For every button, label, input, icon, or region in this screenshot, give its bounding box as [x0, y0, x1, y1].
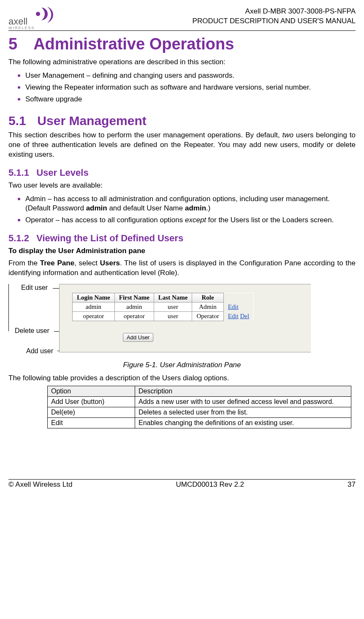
chapter-heading: 5 Administrative Operations	[8, 35, 356, 53]
svg-point-0	[36, 12, 40, 16]
brand-logo: axell WIRELESS	[8, 7, 55, 30]
subsection-number: 5.1.1	[8, 167, 34, 178]
screenshot-panel: Login Name First Name Last Name Role adm…	[59, 284, 311, 352]
del-link[interactable]: Del	[240, 313, 249, 319]
after-figure-paragraph: The following table provides a descripti…	[8, 374, 356, 383]
section-number: 5.1	[8, 114, 34, 128]
footer-pagenum: 37	[348, 480, 356, 489]
user-levels-lead: Two user levels are available:	[8, 181, 356, 191]
users-table: Login Name First Name Last Name Role adm…	[72, 293, 254, 321]
edit-link[interactable]: Edit	[228, 303, 239, 310]
subsection-title: Viewing the List of Defined Users	[36, 233, 183, 243]
callout-delete-user: Delete user	[15, 327, 49, 335]
chapter-number: 5	[8, 35, 30, 53]
footer-docrev: UMCD00013 Rev 2.2	[176, 480, 244, 489]
users-col-first: First Name	[114, 293, 154, 303]
header-doc-line2: PRODUCT DESCRIPTION AND USER'S MANUAL	[193, 16, 356, 26]
table-row: operator operator user Operator Edit Del	[73, 312, 254, 321]
procedure-step: From the Tree Pane, select Users. The li…	[8, 259, 356, 278]
list-item: Operator – has access to all configurati…	[25, 214, 356, 225]
header-doc-info: Axell D-MBR 3007-3008-PS-NFPA PRODUCT DE…	[193, 7, 356, 26]
chapter-title: Administrative Operations	[33, 35, 234, 53]
table-row: Edit Enables changing the definitions of…	[48, 418, 351, 428]
table-row: Del(ete) Deletes a selected user from th…	[48, 407, 351, 418]
callout-add-user: Add user	[26, 347, 53, 355]
list-item: User Management – defining and changing …	[25, 70, 356, 81]
users-col-login: Login Name	[73, 293, 115, 303]
list-item: Admin – has access to all administration…	[25, 193, 356, 214]
users-col-last: Last Name	[154, 293, 192, 303]
subsection-heading-511: 5.1.1 User Levels	[8, 167, 356, 178]
subsection-number: 5.1.2	[8, 233, 34, 244]
logo-sub-text: WIRELESS	[8, 26, 35, 30]
opts-head-desc: Description	[135, 386, 351, 397]
add-user-button[interactable]: Add User	[123, 333, 153, 342]
list-item: Viewing the Repeater information such as…	[25, 82, 356, 93]
section-title: User Management	[37, 114, 146, 128]
figure-caption: Figure 5-1. User Administration Pane	[8, 361, 356, 369]
subsection-title: User Levels	[36, 167, 89, 178]
section-heading-51: 5.1 User Management	[8, 114, 356, 128]
callout-edit-user: Edit user	[21, 284, 48, 292]
table-row: Add User (button) Adds a new user with t…	[48, 397, 351, 407]
subsection-heading-512: 5.1.2 Viewing the List of Defined Users	[8, 233, 356, 244]
page-footer: © Axell Wireless Ltd UMCD00013 Rev 2.2 3…	[8, 479, 356, 489]
users-col-role: Role	[192, 293, 223, 303]
section-51-paragraph: This section describes how to perform th…	[8, 131, 356, 160]
edit-link[interactable]: Edit	[228, 313, 239, 319]
footer-copyright: © Axell Wireless Ltd	[8, 480, 72, 489]
list-item: Software upgrade	[25, 93, 356, 104]
opts-head-option: Option	[48, 386, 135, 397]
logo-brand-text: axell	[8, 16, 27, 27]
header-doc-line1: Axell D-MBR 3007-3008-PS-NFPA	[193, 7, 356, 16]
header-rule	[8, 30, 356, 31]
intro-bullet-list: User Management – defining and changing …	[8, 70, 356, 104]
procedure-heading: To display the User Administration pane	[8, 246, 356, 256]
intro-paragraph: The following administrative operations …	[8, 57, 356, 67]
figure-user-admin-pane: Edit user Delete user Add user Login Nam…	[8, 284, 356, 356]
table-row: admin admin user Admin Edit	[73, 303, 254, 312]
user-levels-list: Admin – has access to all administration…	[8, 193, 356, 226]
options-table: Option Description Add User (button) Add…	[47, 386, 351, 428]
